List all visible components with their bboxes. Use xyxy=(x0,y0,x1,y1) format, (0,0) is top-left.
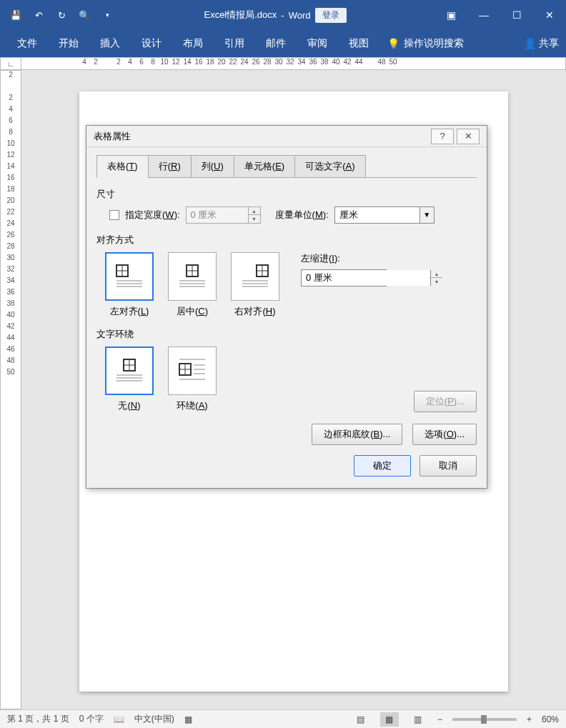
tab-table[interactable]: 表格(T) xyxy=(96,155,149,178)
alignment-row: 左对齐(L) 居中(C) 右对齐(H) 左缩进(I): ▲▼ xyxy=(96,252,477,318)
measure-unit-label: 度量单位(M): xyxy=(275,209,329,221)
wrap-around-option[interactable]: 环绕(A) xyxy=(168,346,217,412)
minimize-icon[interactable]: — xyxy=(467,0,500,30)
document-name: Excel情报局.docx xyxy=(204,9,277,21)
share-button[interactable]: 👤 共享 xyxy=(524,37,559,50)
spin-up-icon[interactable]: ▲ xyxy=(431,270,442,278)
title-bar: 💾 ↶ ↻ 🔍 ▾ Excel情报局.docx - Word 登录 ▣ — ☐ … xyxy=(0,0,566,30)
tab-references[interactable]: 引用 xyxy=(214,33,254,54)
tab-home[interactable]: 开始 xyxy=(49,33,89,54)
tab-column[interactable]: 列(U) xyxy=(191,155,234,178)
tab-row[interactable]: 行(R) xyxy=(148,155,192,178)
close-icon[interactable]: ✕ xyxy=(533,0,566,30)
positioning-button: 定位(P)... xyxy=(414,391,477,412)
spin-down-icon[interactable]: ▼ xyxy=(249,215,260,223)
tab-alt-text[interactable]: 可选文字(A) xyxy=(294,155,365,178)
align-left-label: 左对齐(L) xyxy=(110,306,149,316)
login-button[interactable]: 登录 xyxy=(315,8,347,23)
align-center-icon[interactable] xyxy=(168,252,217,301)
wrap-around-label: 环绕(A) xyxy=(177,400,207,411)
read-mode-icon[interactable]: ▤ xyxy=(352,712,370,727)
preview-icon[interactable]: 🔍 xyxy=(74,5,94,25)
size-row: 指定宽度(W): ▲▼ 度量单位(M): 厘米 ▼ xyxy=(96,206,477,224)
align-left-option[interactable]: 左对齐(L) xyxy=(105,252,154,318)
tell-me-search[interactable]: 💡 操作说明搜索 xyxy=(387,37,464,50)
zoom-level[interactable]: 60% xyxy=(542,714,559,724)
tab-design[interactable]: 设计 xyxy=(131,33,172,54)
zoom-slider[interactable] xyxy=(452,718,517,721)
borders-shading-button[interactable]: 边框和底纹(B)... xyxy=(312,424,402,445)
help-icon[interactable]: ? xyxy=(431,129,454,144)
align-right-option[interactable]: 右对齐(H) xyxy=(231,252,279,318)
vertical-ruler[interactable]: 2246810121416182022242628303234363840424… xyxy=(0,70,21,709)
preferred-width-label: 指定宽度(W): xyxy=(125,209,180,221)
print-layout-icon[interactable]: ▦ xyxy=(380,712,399,727)
status-bar: 第 1 页，共 1 页 0 个字 📖 中文(中国) ▦ ▤ ▦ ▥ − + 60… xyxy=(0,709,566,728)
spin-up-icon[interactable]: ▲ xyxy=(249,207,260,215)
tell-me-label: 操作说明搜索 xyxy=(404,37,464,50)
dialog-title: 表格属性 xyxy=(94,130,428,143)
preferred-width-checkbox[interactable] xyxy=(109,210,119,220)
word-count[interactable]: 0 个字 xyxy=(79,713,104,725)
alignment-section-label: 对齐方式 xyxy=(96,234,477,246)
tab-view[interactable]: 视图 xyxy=(339,33,379,54)
zoom-in-icon[interactable]: + xyxy=(527,714,532,724)
chevron-down-icon[interactable]: ▼ xyxy=(419,207,434,223)
width-spinner[interactable]: ▲▼ xyxy=(186,206,261,224)
dialog-tabstrip: 表格(T) 行(R) 列(U) 单元格(E) 可选文字(A) xyxy=(96,154,477,178)
save-icon[interactable]: 💾 xyxy=(6,5,26,25)
mid-button-row: 边框和底纹(B)... 选项(O)... xyxy=(96,424,477,445)
tab-file[interactable]: 文件 xyxy=(7,33,47,54)
macro-icon[interactable]: ▦ xyxy=(184,714,192,724)
undo-icon[interactable]: ↶ xyxy=(29,5,49,25)
unit-combo[interactable]: 厘米 ▼ xyxy=(334,206,435,224)
web-layout-icon[interactable]: ▥ xyxy=(409,712,427,727)
window-controls: ▣ — ☐ ✕ xyxy=(435,0,566,30)
tab-layout[interactable]: 布局 xyxy=(173,33,213,54)
wrap-section-label: 文字环绕 xyxy=(96,328,477,341)
unit-value: 厘米 xyxy=(335,209,419,221)
options-button[interactable]: 选项(O)... xyxy=(412,424,477,445)
align-right-icon[interactable] xyxy=(231,252,279,301)
ribbon-options-icon[interactable]: ▣ xyxy=(435,0,467,30)
maximize-icon[interactable]: ☐ xyxy=(500,0,533,30)
spin-down-icon[interactable]: ▼ xyxy=(431,278,442,286)
wrap-none-label: 无(N) xyxy=(118,400,140,411)
width-input[interactable] xyxy=(187,209,248,222)
quick-access-toolbar: 💾 ↶ ↻ 🔍 ▾ xyxy=(0,5,123,25)
wrap-around-icon[interactable] xyxy=(168,346,217,395)
share-label: 共享 xyxy=(539,37,559,50)
indent-input[interactable] xyxy=(302,270,430,286)
ok-button[interactable]: 确定 xyxy=(354,455,411,477)
wrap-row: 无(N) 环绕(A) 定位(P)... xyxy=(96,346,477,412)
table-properties-dialog: 表格属性 ? ✕ 表格(T) 行(R) 列(U) 单元格(E) 可选文字(A) … xyxy=(86,125,487,489)
ruler-corner: ∟ xyxy=(0,57,21,70)
tab-insert[interactable]: 插入 xyxy=(90,33,130,54)
window-title: Excel情报局.docx - Word 登录 xyxy=(123,8,427,23)
page-indicator[interactable]: 第 1 页，共 1 页 xyxy=(7,713,69,725)
cancel-button[interactable]: 取消 xyxy=(419,455,477,477)
tab-mailings[interactable]: 邮件 xyxy=(256,33,296,54)
tab-review[interactable]: 审阅 xyxy=(297,33,337,54)
qat-dropdown-icon[interactable]: ▾ xyxy=(97,5,117,25)
align-center-option[interactable]: 居中(C) xyxy=(168,252,217,318)
indent-column: 左缩进(I): ▲▼ xyxy=(301,252,387,286)
tab-cell[interactable]: 单元格(E) xyxy=(234,155,295,178)
wrap-none-option[interactable]: 无(N) xyxy=(105,346,154,412)
indent-label: 左缩进(I): xyxy=(301,252,387,265)
align-center-label: 居中(C) xyxy=(177,306,208,316)
indent-spinner[interactable]: ▲▼ xyxy=(301,269,387,286)
redo-icon[interactable]: ↻ xyxy=(51,5,71,25)
horizontal-ruler[interactable]: 4224681012141618202224262830323436384042… xyxy=(21,57,566,70)
language-indicator[interactable]: 中文(中国) xyxy=(134,713,174,725)
dialog-titlebar[interactable]: 表格属性 ? ✕ xyxy=(86,126,487,147)
ribbon-tabs: 文件 开始 插入 设计 布局 引用 邮件 审阅 视图 💡 操作说明搜索 👤 共享 xyxy=(0,30,566,57)
lightbulb-icon: 💡 xyxy=(387,38,399,49)
wrap-none-icon[interactable] xyxy=(105,346,154,395)
align-left-icon[interactable] xyxy=(105,252,154,301)
zoom-out-icon[interactable]: − xyxy=(437,714,442,724)
dialog-button-row: 确定 取消 xyxy=(96,445,477,477)
close-icon[interactable]: ✕ xyxy=(457,129,480,144)
align-right-label: 右对齐(H) xyxy=(234,306,275,316)
spellcheck-icon[interactable]: 📖 xyxy=(114,714,124,724)
